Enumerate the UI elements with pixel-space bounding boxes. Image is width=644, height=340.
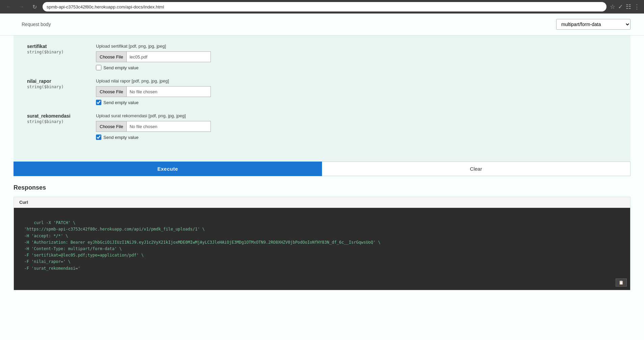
choose-file-btn-sertifikat[interactable]: Choose File bbox=[96, 52, 127, 62]
field-desc-sertifikat: Upload sertifikat [pdf, png, jpg, jpeg] bbox=[96, 44, 617, 49]
forward-button[interactable]: → bbox=[17, 2, 26, 11]
file-input-wrapper-sertifikat: Choose File lec05.pdf bbox=[96, 51, 211, 62]
field-name-sertifikat: sertifikat bbox=[27, 44, 88, 49]
responses-section: Responses bbox=[0, 176, 644, 191]
menu-icon[interactable]: ⋮ bbox=[634, 3, 640, 10]
file-input-wrapper-surat-rekomendasi: Choose File No file chosen bbox=[96, 121, 211, 132]
field-input-surat-rekomendasi: Upload surat rekomendasi [pdf, png, jpg,… bbox=[96, 113, 617, 140]
field-type-nilai-rapor: string($binary) bbox=[27, 84, 88, 89]
file-input-wrapper-nilai-rapor: Choose File No file chosen bbox=[96, 86, 211, 97]
execute-button[interactable]: Execute bbox=[14, 162, 322, 176]
browser-icons: ☆ ✓ ☷ ⋮ bbox=[610, 3, 640, 10]
file-chosen-text-sertifikat: lec05.pdf bbox=[127, 54, 147, 59]
send-empty-checkbox-sertifikat[interactable] bbox=[96, 65, 101, 70]
sidebar-icon[interactable]: ☷ bbox=[626, 3, 631, 10]
curl-copy-button[interactable]: 📋 bbox=[616, 278, 627, 287]
file-chosen-text-surat-rekomendasi: No file chosen bbox=[127, 124, 157, 129]
send-empty-checkbox-nilai-rapor[interactable] bbox=[96, 100, 101, 105]
send-empty-label-sertifikat[interactable]: Send empty value bbox=[103, 65, 139, 70]
buttons-row: Execute Clear bbox=[14, 162, 630, 176]
file-chosen-text-nilai-rapor: No file chosen bbox=[127, 89, 157, 94]
field-type-sertifikat: string($binary) bbox=[27, 50, 88, 54]
send-empty-row-sertifikat: Send empty value bbox=[96, 65, 617, 70]
field-row-nilai-rapor: nilai_rapor string($binary) Upload nilai… bbox=[27, 78, 617, 105]
curl-body: curl -X 'PATCH' \ 'https://spmb-api-c375… bbox=[14, 208, 630, 290]
choose-file-btn-nilai-rapor[interactable]: Choose File bbox=[96, 87, 127, 97]
page-content: Request body multipart/form-data applica… bbox=[0, 14, 644, 340]
field-row-sertifikat: sertifikat string($binary) Upload sertif… bbox=[27, 44, 617, 70]
request-body-header: Request body multipart/form-data applica… bbox=[0, 14, 644, 35]
field-label-nilai-rapor: nilai_rapor string($binary) bbox=[27, 78, 88, 105]
choose-file-btn-surat-rekomendasi[interactable]: Choose File bbox=[96, 121, 127, 131]
field-name-surat-rekomendasi: surat_rekomendasi bbox=[27, 113, 88, 119]
field-type-surat-rekomendasi: string($binary) bbox=[27, 119, 88, 124]
shield-icon: ✓ bbox=[618, 3, 623, 10]
url-text: spmb-api-c3753c42f80c.herokuapp.com/api-… bbox=[47, 4, 164, 9]
field-desc-nilai-rapor: Upload nilai rapor [pdf, png, jpg, jpeg] bbox=[96, 78, 617, 83]
field-desc-surat-rekomendasi: Upload surat rekomendasi [pdf, png, jpg,… bbox=[96, 113, 617, 118]
curl-section: Curl curl -X 'PATCH' \ 'https://spmb-api… bbox=[14, 197, 630, 290]
field-name-nilai-rapor: nilai_rapor bbox=[27, 78, 88, 84]
curl-header: Curl bbox=[14, 197, 630, 208]
field-label-surat-rekomendasi: surat_rekomendasi string($binary) bbox=[27, 113, 88, 140]
content-type-select[interactable]: multipart/form-data application/json bbox=[556, 19, 630, 30]
send-empty-label-nilai-rapor[interactable]: Send empty value bbox=[103, 100, 139, 105]
browser-chrome: ← → ↻ spmb-api-c3753c42f80c.herokuapp.co… bbox=[0, 0, 644, 14]
send-empty-row-nilai-rapor: Send empty value bbox=[96, 100, 617, 105]
send-empty-label-surat-rekomendasi[interactable]: Send empty value bbox=[103, 135, 139, 140]
field-row-surat-rekomendasi: surat_rekomendasi string($binary) Upload… bbox=[27, 113, 617, 140]
form-area: sertifikat string($binary) Upload sertif… bbox=[14, 35, 630, 162]
request-body-label: Request body bbox=[22, 22, 51, 27]
back-button[interactable]: ← bbox=[4, 2, 14, 11]
send-empty-row-surat-rekomendasi: Send empty value bbox=[96, 135, 617, 140]
star-icon[interactable]: ☆ bbox=[610, 3, 615, 10]
field-label-sertifikat: sertifikat string($binary) bbox=[27, 44, 88, 70]
send-empty-checkbox-surat-rekomendasi[interactable] bbox=[96, 135, 101, 140]
responses-title: Responses bbox=[14, 184, 630, 191]
reload-button[interactable]: ↻ bbox=[30, 2, 39, 11]
field-input-sertifikat: Upload sertifikat [pdf, png, jpg, jpeg] … bbox=[96, 44, 617, 70]
field-input-nilai-rapor: Upload nilai rapor [pdf, png, jpg, jpeg]… bbox=[96, 78, 617, 105]
clear-button[interactable]: Clear bbox=[322, 162, 631, 176]
curl-content: curl -X 'PATCH' \ 'https://spmb-api-c375… bbox=[19, 220, 380, 270]
address-bar: spmb-api-c3753c42f80c.herokuapp.com/api-… bbox=[43, 2, 606, 11]
